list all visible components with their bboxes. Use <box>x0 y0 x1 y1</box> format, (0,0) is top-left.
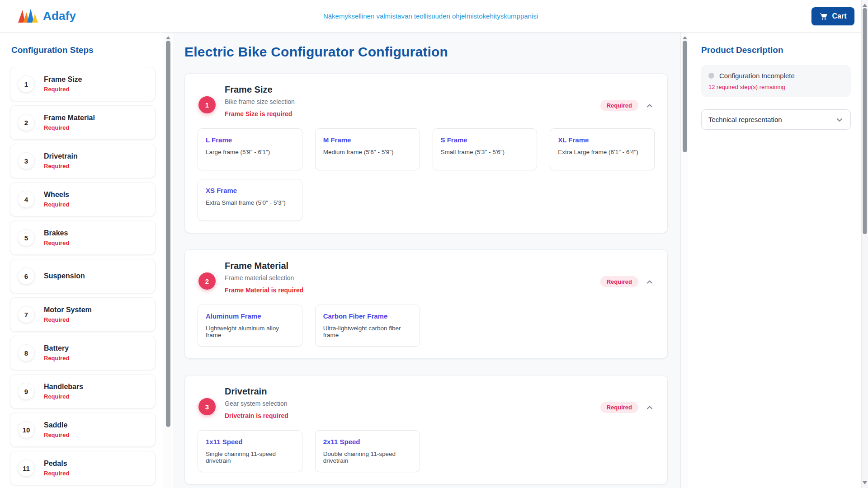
sidebar-scrollbar[interactable] <box>164 33 172 488</box>
cart-button-label: Cart <box>832 12 846 20</box>
config-section-card: 1 Frame Size Bike frame size selection F… <box>184 73 668 233</box>
step-label: Wheels <box>44 191 69 199</box>
scroll-up-icon[interactable] <box>863 4 867 7</box>
option-card[interactable]: 1x11 Speed Single chainring 11-speed dri… <box>198 430 302 472</box>
section-title: Frame Size <box>225 84 295 95</box>
option-title: XS Frame <box>206 187 294 194</box>
step-required-label: Required <box>44 393 83 400</box>
header-tagline: Näkemyksellinen valmistavan teollisuuden… <box>0 12 861 20</box>
sidebar-step-item[interactable]: 3 Drivetrain Required <box>10 144 156 178</box>
collapse-section-button[interactable] <box>645 277 655 287</box>
section-title: Frame Material <box>225 261 303 271</box>
option-description: Extra Large frame (6'1" - 6'4") <box>558 149 646 155</box>
options-grid: Aluminum Frame Lightweight aluminum allo… <box>198 305 655 347</box>
option-card[interactable]: L Frame Large frame (5'9" - 6'1") <box>198 128 302 170</box>
section-number-badge: 1 <box>198 96 216 113</box>
step-label: Handlebars <box>44 383 83 391</box>
step-label: Saddle <box>44 421 69 429</box>
configuration-status-box: Configuration Incomplete 12 required ste… <box>701 65 851 97</box>
steps-list: 1 Frame Size Required 2 Frame Material R… <box>10 67 156 488</box>
option-card[interactable]: M Frame Medium frame (5'6" - 5'9") <box>315 128 420 170</box>
option-title: XL Frame <box>558 136 646 144</box>
step-required-label: Required <box>44 201 69 208</box>
step-number-circle: 10 <box>18 421 35 438</box>
representation-select[interactable]: Technical representation <box>701 109 851 130</box>
option-card[interactable]: Carbon Fiber Frame Ultra-lightweight car… <box>315 305 420 347</box>
section-header: 1 Frame Size Bike frame size selection F… <box>198 84 655 117</box>
option-description: Double chainring 11-speed drivetrain <box>323 450 412 464</box>
sidebar-step-item[interactable]: 5 Brakes Required <box>10 221 156 255</box>
chevron-down-icon <box>835 116 844 124</box>
collapse-section-button[interactable] <box>645 403 655 413</box>
option-card[interactable]: XL Frame Extra Large frame (6'1" - 6'4") <box>550 128 655 170</box>
option-description: Medium frame (5'6" - 5'9") <box>323 149 412 155</box>
sidebar-step-item[interactable]: 9 Handlebars Required <box>10 374 156 408</box>
step-number-circle: 7 <box>18 306 35 323</box>
status-detail: 12 required step(s) remaining <box>708 84 844 90</box>
option-title: 2x11 Speed <box>323 438 412 446</box>
app-header: Adafy Näkemyksellinen valmistavan teolli… <box>0 0 861 33</box>
cart-button[interactable]: Cart <box>811 7 854 25</box>
logo-icon <box>18 9 39 24</box>
config-section-card: 2 Frame Material Frame material selectio… <box>184 249 668 359</box>
sidebar-scrollbar-thumb[interactable] <box>166 41 170 427</box>
logo[interactable]: Adafy <box>18 9 76 24</box>
option-card[interactable]: XS Frame Extra Small frame (5'0" - 5'3") <box>198 179 302 221</box>
main-content: Electric Bike Configurator Configuration… <box>173 33 680 488</box>
page-scrollbar-thumb[interactable] <box>863 8 867 234</box>
sidebar-step-item[interactable]: 7 Motor System Required <box>10 297 156 332</box>
option-description: Ultra-lightweight carbon fiber frame <box>323 325 412 338</box>
sidebar-step-item[interactable]: 8 Battery Required <box>10 336 156 370</box>
sidebar-step-item[interactable]: 6 Suspension <box>10 259 156 293</box>
chevron-up-icon <box>646 102 654 110</box>
step-number-circle: 1 <box>18 75 35 93</box>
required-badge: Required <box>600 402 638 413</box>
step-required-label: Required <box>44 124 95 131</box>
option-description: Lightweight aluminum alloy frame <box>206 325 294 338</box>
option-description: Single chainring 11-speed drivetrain <box>206 450 294 464</box>
section-number-badge: 2 <box>198 272 216 290</box>
option-description: Large frame (5'9" - 6'1") <box>206 149 294 155</box>
option-description: Extra Small frame (5'0" - 5'3") <box>206 199 294 206</box>
option-card[interactable]: 2x11 Speed Double chainring 11-speed dri… <box>315 430 420 472</box>
scroll-up-icon[interactable] <box>166 36 170 39</box>
step-label: Brakes <box>44 229 69 237</box>
page-scrollbar[interactable] <box>861 0 868 488</box>
section-title: Drivetrain <box>225 386 288 397</box>
chevron-up-icon <box>646 278 654 286</box>
sidebar-title: Configuration Steps <box>11 45 164 55</box>
representation-select-value: Technical representation <box>708 116 782 123</box>
step-number-circle: 4 <box>18 191 35 208</box>
product-description-panel: Product Description Configuration Incomp… <box>688 33 861 488</box>
options-grid: L Frame Large frame (5'9" - 6'1") M Fram… <box>198 128 655 221</box>
step-required-label: Required <box>44 470 69 477</box>
sidebar-step-item[interactable]: 4 Wheels Required <box>10 182 156 216</box>
option-title: M Frame <box>323 136 412 144</box>
section-subtitle: Bike frame size selection <box>225 98 295 105</box>
cart-icon <box>819 12 828 21</box>
sidebar-step-item[interactable]: 1 Frame Size Required <box>10 67 156 101</box>
step-label: Motor System <box>44 306 92 314</box>
option-description: Small frame (5'3" - 5'6") <box>441 149 529 155</box>
option-card[interactable]: Aluminum Frame Lightweight aluminum allo… <box>198 305 302 347</box>
sidebar-step-item[interactable]: 2 Frame Material Required <box>10 105 156 140</box>
config-section-card: 3 Drivetrain Gear system selection Drive… <box>184 375 668 484</box>
step-number-circle: 8 <box>18 344 35 361</box>
scroll-down-icon[interactable] <box>863 481 867 484</box>
section-subtitle: Frame material selection <box>225 274 303 282</box>
step-required-label: Required <box>44 316 92 323</box>
configuration-steps-sidebar: Configuration Steps 1 Frame Size Require… <box>0 33 164 488</box>
option-card[interactable]: S Frame Small frame (5'3" - 5'6") <box>433 128 538 170</box>
sidebar-step-item[interactable]: 10 Saddle Required <box>10 413 156 447</box>
collapse-section-button[interactable] <box>645 101 655 111</box>
step-label: Frame Size <box>44 75 82 84</box>
scroll-up-icon[interactable] <box>683 36 687 39</box>
option-title: Aluminum Frame <box>206 312 294 320</box>
section-header: 3 Drivetrain Gear system selection Drive… <box>198 386 655 419</box>
step-required-label: Required <box>44 355 69 361</box>
step-label: Suspension <box>44 272 85 280</box>
required-badge: Required <box>600 100 638 111</box>
step-required-label: Required <box>44 163 78 169</box>
main-scrollbar-thumb[interactable] <box>683 41 687 152</box>
sidebar-step-item[interactable]: 11 Pedals Required <box>10 451 156 485</box>
